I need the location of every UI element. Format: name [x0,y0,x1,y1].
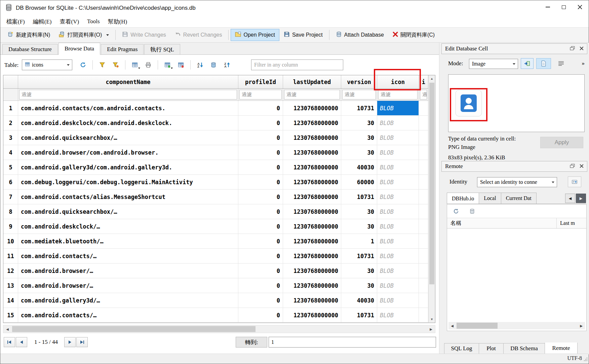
sort-descending-button[interactable]: ZA [221,59,233,70]
cell-componentName[interactable]: com.android.browser/… [18,278,238,293]
table-row[interactable]: 6 com.debug.loggerui/com.debug.loggerui.… [3,175,435,190]
first-record-button[interactable] [4,337,15,347]
cell-overflow[interactable] [419,278,428,293]
cell-version[interactable]: 30 [341,264,377,278]
tab-execute-sql[interactable]: 執行 SQL [144,44,180,54]
table-row[interactable]: 8 com.android.quicksearchbox/… 0 1230768… [3,204,435,219]
cell-lastUpdated[interactable]: 1230768000000 [283,264,341,278]
menu-edit[interactable]: 編輯(E) [29,16,56,27]
dock-tab-plot[interactable]: Plot [479,343,504,354]
cell-componentName[interactable]: com.android.quicksearchbox/… [18,204,238,219]
previous-record-button[interactable] [16,337,27,347]
cell-overflow[interactable] [419,219,428,234]
filter-cell[interactable]: 過濾 [377,89,419,100]
attach-database-button[interactable]: Attach Database [331,29,388,41]
remote-clone-database-button[interactable] [466,206,478,216]
cell-overflow[interactable] [419,249,428,264]
cell-profileId[interactable]: 0 [238,293,283,308]
sort-ascending-button[interactable]: AZ [194,59,206,70]
remote-column-last-modified[interactable]: Last m [557,218,586,228]
table-row[interactable]: 2 com.android.deskclock/com.android.desk… [3,116,435,130]
cell-icon[interactable]: BLOB [377,308,419,323]
cell-lastUpdated[interactable]: 1230768000000 [283,190,341,204]
goto-record-input[interactable] [269,337,436,348]
cell-overflow[interactable] [419,101,428,116]
filter-cell[interactable]: 過濾 [238,89,283,100]
cell-overflow[interactable] [419,175,428,190]
cell-lastUpdated[interactable]: 1230768000000 [283,234,341,249]
cell-profileId[interactable]: 0 [238,234,283,249]
cell-icon[interactable]: BLOB [377,190,419,204]
open-database-dropdown-icon[interactable] [106,34,109,36]
scroll-up-icon[interactable]: ▲ [429,75,435,82]
close-panel-icon[interactable] [580,163,584,170]
cell-version[interactable]: 30 [341,204,377,219]
scroll-left-icon[interactable]: ◀ [3,325,11,333]
filter-cell[interactable]: 過濾 [283,89,341,100]
cell-overflow[interactable] [419,308,428,323]
cell-profileId[interactable]: 0 [238,249,283,264]
cell-profileId[interactable]: 0 [238,130,283,145]
cell-icon[interactable]: BLOB [377,204,419,219]
cell-lastUpdated[interactable]: 1230768000000 [283,293,341,308]
cell-version[interactable]: 30 [341,130,377,145]
cell-icon[interactable]: BLOB [377,264,419,278]
remote-column-name[interactable]: 名稱 [447,218,557,228]
cell-profileId[interactable]: 0 [238,204,283,219]
apply-button[interactable]: Apply [540,137,583,148]
cell-lastUpdated[interactable]: 1230768000000 [283,130,341,145]
table-row[interactable]: 11 com.android.contacts/… 0 123076800000… [3,249,435,264]
cell-version[interactable]: 10731 [341,308,377,323]
filter-input-lastUpdated[interactable]: 過濾 [284,90,340,99]
mode-selector[interactable]: Image [469,59,518,69]
cell-overflow[interactable] [419,204,428,219]
tab-scroll-left-icon[interactable]: ◀ [565,194,575,203]
column-header-lastUpdated[interactable]: lastUpdated [283,75,341,88]
cell-icon[interactable]: BLOB [377,278,419,293]
table-row[interactable]: 1 com.android.contacts/com.android.conta… [3,101,435,116]
column-header-componentName[interactable]: componentName [18,75,238,88]
menu-help[interactable]: 幫助(H) [104,16,131,27]
column-header-overflow[interactable]: i [419,75,428,88]
tab-browse-data[interactable]: Browse Data [58,43,100,55]
cell-version[interactable]: 30 [341,145,377,160]
database-index-button[interactable] [207,59,220,70]
open-project-button[interactable]: Open Project [231,29,279,41]
write-changes-button[interactable]: Write Changes [118,29,170,41]
open-database-button[interactable]: 打開資料庫(O) [54,29,113,41]
vertical-scrollbar-thumb[interactable] [429,83,434,284]
import-certificate-button[interactable] [568,176,581,187]
cell-componentName[interactable]: com.android.deskclock/com.android.deskcl… [18,116,238,130]
table-row[interactable]: 14 com.android.gallery3d/… 0 12307680000… [3,293,435,308]
remote-tab-local[interactable]: Local [479,193,501,204]
cell-lastUpdated[interactable]: 1230768000000 [283,145,341,160]
import-data-button[interactable] [521,58,534,69]
text-view-button[interactable] [536,58,551,69]
remote-scrollbar-thumb[interactable] [457,323,498,329]
cell-lastUpdated[interactable]: 1230768000000 [283,101,341,116]
cell-overflow[interactable] [419,160,428,175]
print-button[interactable] [142,59,154,70]
horizontal-scrollbar-thumb[interactable] [12,326,256,332]
cell-componentName[interactable]: com.android.gallery3d/com.android.galler… [18,160,238,175]
clear-filters-button[interactable] [96,59,108,70]
cell-componentName[interactable]: com.android.contacts/… [18,249,238,264]
filter-input-componentName[interactable]: 過濾 [19,90,237,99]
tab-edit-pragmas[interactable]: Edit Pragmas [101,44,144,54]
word-wrap-button[interactable] [554,58,568,69]
cell-version[interactable]: 40030 [341,293,377,308]
column-header-profileId[interactable]: profileId [238,75,283,88]
cell-componentName[interactable]: com.debug.loggerui/com.debug.loggerui.Ma… [18,175,238,190]
grid-horizontal-scrollbar[interactable]: ◀ ▶ [3,325,435,333]
cell-version[interactable]: 10731 [341,249,377,264]
close-panel-icon[interactable] [580,45,584,52]
table-selector[interactable]: icons [22,59,72,70]
filter-cell[interactable]: 過濾 [341,89,377,100]
cell-icon[interactable]: BLOB [377,219,419,234]
cell-lastUpdated[interactable]: 1230768000000 [283,308,341,323]
cell-profileId[interactable]: 0 [238,160,283,175]
cell-overflow[interactable] [419,145,428,160]
dock-tab-remote[interactable]: Remote [545,342,578,354]
cell-icon[interactable]: BLOB [377,175,419,190]
cell-icon[interactable]: BLOB [377,116,419,130]
